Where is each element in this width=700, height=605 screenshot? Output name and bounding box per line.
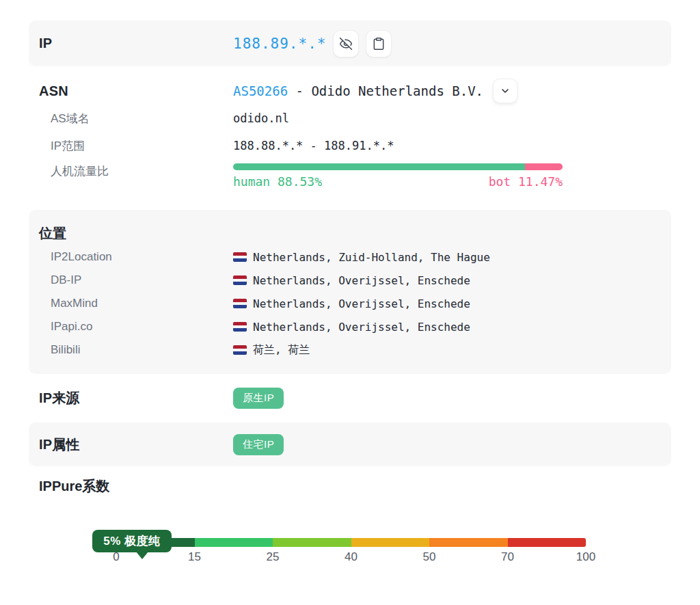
human-percent-text: human 88.53% (233, 174, 322, 189)
netherlands-flag-icon (233, 275, 247, 285)
ip-section: IP 188.89.*.* (29, 21, 671, 66)
ippure-score-tooltip: 5% 极度纯 (92, 530, 171, 552)
scale-segment (195, 538, 273, 547)
location-title: 位置 (29, 221, 671, 245)
ippure-title: IPPure系数 (29, 477, 671, 496)
location-row: MaxMind Netherlands, Overijssel, Ensched… (29, 292, 671, 315)
location-value: Netherlands, Overijssel, Enschede (253, 274, 470, 287)
location-value: Netherlands, Zuid-Holland, The Hague (253, 251, 490, 264)
location-row: IPapi.co Netherlands, Overijssel, Ensche… (29, 315, 671, 338)
hide-ip-button[interactable] (333, 30, 359, 57)
expand-asn-button[interactable] (493, 79, 517, 103)
ip-attribute-label: IP属性 (29, 435, 233, 454)
clipboard-icon (372, 37, 386, 51)
scale-segment (429, 538, 508, 547)
tick-label: 50 (423, 550, 436, 564)
ip-range-label: IP范围 (29, 138, 233, 154)
location-value: Netherlands, Overijssel, Enschede (253, 321, 470, 334)
traffic-ratio-label: 人机流量比 (29, 163, 233, 179)
tick-label: 40 (345, 550, 358, 564)
ip-attribute-badge: 住宅IP (233, 434, 284, 455)
location-source-label: IPapi.co (29, 320, 233, 334)
ippure-section: IPPure系数 5% 极度纯 0 15 25 40 50 70 100 (29, 466, 671, 568)
scale-segment (508, 538, 587, 547)
tick-label: 100 (576, 550, 595, 564)
human-bar (233, 163, 525, 170)
asn-value: AS50266 - Odido Netherlands B.V. (233, 83, 483, 98)
chevron-down-icon (500, 85, 511, 96)
asn-domain-value: odido.nl (233, 111, 671, 125)
location-row: DB-IP Netherlands, Overijssel, Enschede (29, 269, 671, 292)
ip-label: IP (29, 36, 233, 51)
location-row: Bilibili 荷兰, 荷兰 (29, 338, 671, 362)
asn-org: - Odido Netherlands B.V. (288, 83, 483, 98)
ip-value: 188.89.*.* (233, 36, 326, 52)
asn-number-link[interactable]: AS50266 (233, 83, 288, 98)
ip-attribute-section: IP属性 住宅IP (29, 422, 671, 466)
scale-segment (351, 538, 430, 547)
location-value: Netherlands, Overijssel, Enschede (253, 297, 470, 310)
bot-bar (525, 163, 563, 170)
traffic-ratio-row: 人机流量比 human 88.53% bot 11.47% (29, 159, 671, 195)
location-source-label: DB-IP (29, 273, 233, 287)
eye-off-icon (339, 37, 353, 51)
scale-segment (273, 538, 351, 547)
location-value: 荷兰, 荷兰 (253, 343, 310, 358)
tick-label: 25 (267, 550, 280, 564)
ippure-tick-labels: 0 15 25 40 50 70 100 (116, 550, 586, 568)
asn-label: ASN (29, 83, 233, 99)
copy-ip-button[interactable] (366, 30, 392, 57)
asn-domain-row: AS域名 odido.nl (29, 105, 671, 132)
tick-label: 0 (113, 550, 119, 564)
asn-section: ASN AS50266 - Odido Netherlands B.V. AS域… (29, 66, 671, 204)
ip-range-row: IP范围 188.88.*.* - 188.91.*.* (29, 132, 671, 159)
ip-source-badge: 原生IP (233, 388, 284, 409)
location-row: IP2Location Netherlands, Zuid-Holland, T… (29, 245, 671, 269)
netherlands-flag-icon (233, 345, 247, 355)
location-section: 位置 IP2Location Netherlands, Zuid-Holland… (29, 210, 671, 374)
location-source-label: Bilibili (29, 343, 233, 357)
ip-range-value: 188.88.*.* - 188.91.*.* (233, 139, 671, 152)
netherlands-flag-icon (233, 299, 247, 308)
traffic-ratio-bar (233, 163, 563, 170)
ippure-scale: 5% 极度纯 0 15 25 40 50 70 100 (116, 538, 586, 568)
ip-source-label: IP来源 (29, 389, 233, 407)
netherlands-flag-icon (233, 252, 247, 262)
ippure-gradient-bar (116, 538, 586, 547)
ip-info-panel: IP 188.89.*.* (29, 21, 671, 568)
ip-source-section: IP来源 原生IP (29, 374, 671, 422)
tick-label: 15 (188, 550, 201, 564)
netherlands-flag-icon (233, 322, 247, 332)
bot-percent-text: bot 11.47% (489, 174, 563, 189)
location-source-label: IP2Location (29, 250, 233, 264)
asn-domain-label: AS域名 (29, 111, 233, 126)
location-source-label: MaxMind (29, 297, 233, 310)
tick-label: 70 (501, 550, 514, 564)
